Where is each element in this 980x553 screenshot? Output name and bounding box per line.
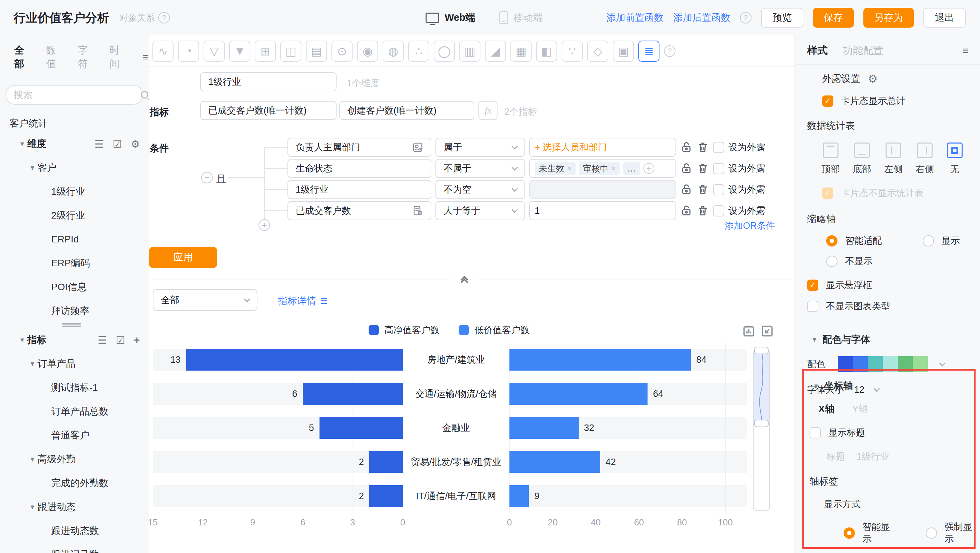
dimension-item[interactable]: 1级行业 (0, 180, 149, 203)
tree-list-icon[interactable]: ☰ (94, 138, 103, 150)
chart-row[interactable]: 2 贸易/批发/零售/租赁业 42 (153, 445, 747, 479)
remove-group-icon[interactable]: − (201, 172, 213, 183)
caret-down-icon[interactable]: ▾ (27, 359, 38, 368)
condition-operator-select[interactable]: 大于等于 (436, 201, 525, 220)
area-chart-icon[interactable]: ◢ (485, 41, 506, 62)
checked-checkbox[interactable]: ✓ (822, 95, 834, 107)
caret-down-icon[interactable]: ▾ (27, 163, 38, 172)
expose-checkbox[interactable] (713, 163, 724, 174)
multi-select-icon[interactable]: ☑ (116, 334, 125, 346)
metric-group-field-work[interactable]: ▾ 高级外勤 (0, 447, 149, 471)
remove-tag-icon[interactable]: × (611, 164, 616, 173)
checked-checkbox[interactable]: ✓ (807, 280, 818, 291)
stat-position-none-selected[interactable]: 无 (947, 143, 963, 175)
axis-tab-y[interactable]: Y轴 (852, 403, 868, 416)
metric-item[interactable]: 测试指标-1 (0, 376, 149, 400)
funnel-compare-icon[interactable]: ▼ (229, 41, 250, 62)
object-relation[interactable]: 对象关系 ? (119, 12, 170, 24)
condition-value-tags[interactable]: 未生效 × 审核中 × … + (529, 159, 676, 178)
collapse-panel-icon[interactable] (452, 273, 476, 286)
dimension-item[interactable]: ERPId (0, 227, 149, 251)
metric-item[interactable]: 普通客户 (0, 423, 149, 447)
settings-gear-icon[interactable]: ⚙ (130, 138, 140, 150)
zoom-handle-bottom[interactable] (754, 420, 768, 427)
zoom-selected-range[interactable] (754, 350, 769, 423)
metrics-group[interactable]: ▾ 指标 ☰ ☑ + (0, 328, 149, 352)
chevron-down-icon[interactable] (939, 360, 945, 366)
sidebar-splitter[interactable] (0, 327, 149, 328)
chart-row[interactable]: 6 交通/运输/物流/仓储 64 (153, 377, 747, 411)
trash-icon[interactable] (697, 141, 709, 153)
bidirectional-bar-icon-selected[interactable]: ≣ (638, 41, 659, 62)
metric-detail-link[interactable]: 指标详情 ☰ (278, 295, 328, 308)
metric-doc-icon[interactable] (412, 205, 423, 216)
metric-item[interactable]: 订单产品总数 (0, 400, 149, 423)
line-chart-icon[interactable]: ∿ (153, 41, 173, 62)
toolbar-help-icon[interactable]: ? (664, 45, 676, 57)
lock-icon[interactable] (680, 141, 692, 153)
condition-operator-select[interactable]: 不为空 (436, 180, 525, 199)
help-icon[interactable]: ? (158, 12, 170, 24)
dimension-chip[interactable]: 1级行业 (200, 72, 337, 91)
left-bar[interactable] (186, 349, 403, 370)
show-title-option[interactable]: 显示标题 (810, 426, 974, 439)
caret-down-icon[interactable]: ▾ (813, 335, 816, 344)
multi-select-icon[interactable]: ☑ (113, 138, 122, 150)
scope-select[interactable]: 全部 (153, 289, 258, 311)
right-bar[interactable] (509, 383, 648, 405)
right-bar[interactable] (509, 451, 600, 473)
trash-icon[interactable] (697, 162, 709, 175)
add-post-function-link[interactable]: 添加后置函数 (673, 11, 730, 24)
scatter-icon[interactable]: ∵ (562, 41, 583, 62)
axis-section-header[interactable]: ▾ 坐标轴 (814, 380, 974, 393)
condition-operator-select[interactable]: 不属于 (436, 159, 525, 178)
condition-field-select[interactable]: 生命状态 (288, 159, 431, 178)
chart-row[interactable]: 5 金融业 32 (153, 411, 747, 445)
thumb-hide-option[interactable]: 不显示 (826, 255, 980, 267)
stat-position-right[interactable]: 右侧 (916, 143, 934, 175)
save-as-button[interactable]: 另存为 (863, 8, 914, 28)
world-bubble-map-icon[interactable]: ∴ (408, 41, 429, 62)
metric-chip[interactable]: 已成交客户数(唯一计数) (200, 101, 337, 120)
unchecked-checkbox[interactable] (810, 427, 821, 439)
preview-button[interactable]: 预览 (761, 8, 803, 28)
sidebar-tab-number[interactable]: 数值 (46, 44, 62, 71)
sidebar-tab-string[interactable]: 字符 (78, 44, 94, 71)
caret-down-icon[interactable]: ▾ (27, 502, 38, 512)
metric-group-order-product[interactable]: ▾ 订单产品 (0, 352, 149, 376)
right-bar[interactable] (509, 485, 529, 507)
funnel-icon[interactable]: ▽ (204, 41, 225, 62)
add-to-dashboard-icon[interactable] (741, 324, 756, 338)
caret-down-icon[interactable]: ▾ (814, 381, 818, 390)
color-font-section[interactable]: ▾ 配色与字体 (813, 333, 980, 346)
sidebar-tab-all[interactable]: 全部 (14, 44, 30, 71)
metric-item[interactable]: 完成的外勤数 (0, 471, 149, 495)
trash-icon[interactable] (697, 183, 709, 196)
search-input[interactable] (14, 89, 137, 100)
hover-box-option[interactable]: ✓ 显示悬浮框 (807, 279, 980, 291)
right-bar[interactable] (509, 417, 579, 439)
dimension-item[interactable]: 拜访频率 (0, 299, 149, 323)
right-bar[interactable] (509, 349, 691, 370)
thumb-smart-option[interactable]: 智能适配 (826, 235, 882, 247)
caret-down-icon[interactable]: ▾ (17, 335, 27, 344)
tab-style[interactable]: 样式 (807, 44, 827, 57)
tab-function-config[interactable]: 功能配置 (843, 44, 883, 57)
person-org-picker-icon[interactable] (412, 142, 423, 153)
metric-chip[interactable]: 创建客户数(唯一计数) (339, 101, 474, 120)
value-tag[interactable]: 未生效 × (535, 162, 576, 175)
china-map-icon[interactable]: ◉ (357, 41, 378, 62)
no-chart-type-option[interactable]: 不显示图表类型 (807, 300, 980, 312)
tab-mobile[interactable]: 移动端 (499, 11, 543, 25)
and-connector[interactable]: 且 (216, 173, 226, 186)
legend-item[interactable]: 低价值客户数 (459, 324, 530, 336)
header-help-icon[interactable]: ? (740, 12, 751, 24)
dimension-item[interactable]: 2级行业 (0, 203, 149, 227)
smart-display-option[interactable]: 智能显示 (843, 521, 892, 545)
fx-button[interactable]: fx (479, 101, 498, 120)
more-tags-chip[interactable]: … (623, 162, 640, 175)
expose-checkbox[interactable] (713, 205, 724, 216)
report-icon[interactable]: ▤ (306, 41, 327, 62)
expose-checkbox[interactable] (713, 184, 724, 195)
chart-row[interactable]: 2 IT/通信/电子/互联网 9 (153, 479, 747, 513)
